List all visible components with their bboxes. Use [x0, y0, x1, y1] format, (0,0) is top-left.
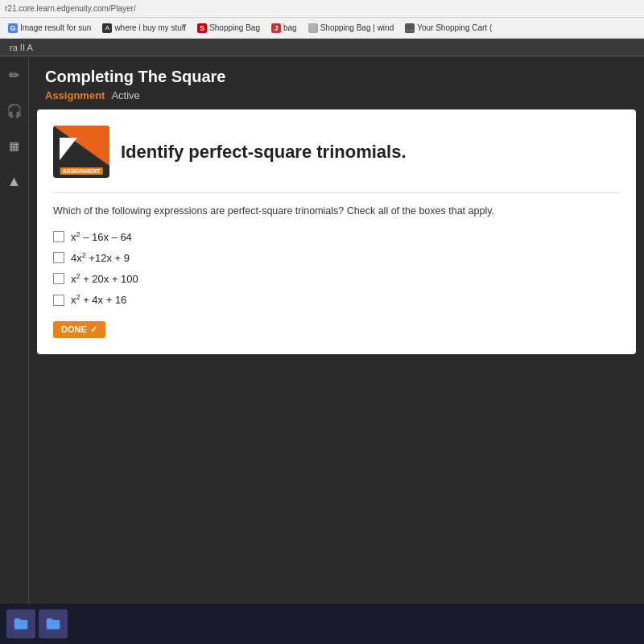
bookmark-icon-dots: … [405, 23, 415, 33]
page-title: Completing The Square [45, 68, 628, 86]
content-card: ASSIGNMENT Identify perfect-square trino… [37, 109, 636, 354]
app-container: ✏ 🎧 ▦ ▲ Completing The Square Assignment… [0, 56, 644, 621]
bookmarks-bar: G Image result for sun A where i buy my … [0, 18, 644, 39]
done-button[interactable]: DONE ✓ [53, 321, 105, 338]
tab-label: ra II A [10, 43, 33, 52]
choice-item-1: x2 – 16x – 64 [53, 230, 620, 243]
bookmark-icon-heart: ♡ [308, 23, 318, 33]
checkbox-1[interactable] [53, 231, 64, 242]
sidebar-icon-pencil[interactable]: ✏ [4, 64, 25, 85]
bookmark-label: Image result for sun [20, 23, 91, 32]
bookmark-where-buy[interactable]: A where i buy my stuff [99, 22, 189, 35]
bookmark-label: bag [283, 23, 297, 32]
header-region: Completing The Square Assignment Active [29, 56, 644, 109]
checkbox-2[interactable] [53, 252, 64, 263]
folder-icon-2 [45, 616, 61, 632]
assignment-icon-graphic: ASSIGNMENT [53, 126, 109, 178]
bookmark-label: where i buy my stuff [114, 23, 186, 32]
breadcrumb: Assignment Active [45, 89, 628, 101]
sidebar-icon-calculator[interactable]: ▦ [4, 135, 25, 156]
bookmark-icon-g: G [8, 23, 18, 33]
choice-text-2: 4x2 +12x + 9 [71, 251, 130, 264]
choice-text-4: x2 + 4x + 16 [71, 293, 126, 306]
choice-text-3: x2 + 20x + 100 [71, 272, 138, 285]
bookmark-image-result[interactable]: G Image result for sun [5, 22, 94, 35]
sidebar: ✏ 🎧 ▦ ▲ [0, 56, 29, 621]
done-button-label: DONE [61, 324, 87, 334]
choice-item-3: x2 + 20x + 100 [53, 272, 620, 285]
browser-url-bar: r21.core.learn.edgenuity.com/Player/ [0, 0, 644, 18]
assignment-icon-box: ASSIGNMENT [53, 126, 109, 178]
breadcrumb-assignment: Assignment [45, 89, 105, 101]
main-content: Completing The Square Assignment Active … [29, 56, 644, 621]
tab-bar: ra II A [0, 39, 644, 56]
bookmark-shopping-bag-s[interactable]: S Shopping Bag [194, 22, 263, 35]
question-section: Which of the following expressions are p… [53, 192, 620, 338]
folder-icon [13, 616, 29, 632]
bookmark-icon-a: A [102, 23, 112, 33]
taskbar-folder-icon-1[interactable] [6, 609, 35, 638]
bookmark-label: Shopping Bag | wind [320, 23, 394, 32]
bookmark-icon-j: J [271, 23, 281, 33]
breadcrumb-active: Active [111, 89, 139, 101]
choices-list: x2 – 16x – 64 4x2 +12x + 9 x2 + 20x + 10… [53, 230, 620, 307]
bookmark-bag-j[interactable]: J bag [268, 22, 300, 35]
checkbox-4[interactable] [53, 295, 64, 306]
taskbar-folder-icon-2[interactable] [39, 609, 68, 638]
taskbar [0, 604, 644, 644]
triangle-white-decoration [60, 138, 77, 160]
choice-item-2: 4x2 +12x + 9 [53, 251, 620, 264]
bookmark-shopping-cart[interactable]: … Your Shopping Cart ( [402, 22, 495, 35]
bookmark-shopping-bag-wind[interactable]: ♡ Shopping Bag | wind [305, 22, 398, 35]
assignment-header: ASSIGNMENT Identify perfect-square trino… [53, 126, 620, 178]
question-text: Which of the following expressions are p… [53, 204, 620, 219]
done-checkmark-icon: ✓ [90, 324, 97, 335]
bookmark-label: Shopping Bag [209, 23, 260, 32]
bookmark-icon-s: S [197, 23, 207, 33]
choice-item-4: x2 + 4x + 16 [53, 293, 620, 306]
choice-text-1: x2 – 16x – 64 [71, 230, 132, 243]
sidebar-icon-arrow[interactable]: ▲ [4, 171, 25, 192]
checkbox-3[interactable] [53, 273, 64, 284]
url-text: r21.core.learn.edgenuity.com/Player/ [5, 4, 136, 13]
assignment-heading: Identify perfect-square trinomials. [121, 142, 407, 163]
assignment-icon-label: ASSIGNMENT [60, 167, 103, 175]
sidebar-icon-headphone[interactable]: 🎧 [4, 100, 25, 121]
bookmark-label: Your Shopping Cart ( [417, 23, 492, 32]
